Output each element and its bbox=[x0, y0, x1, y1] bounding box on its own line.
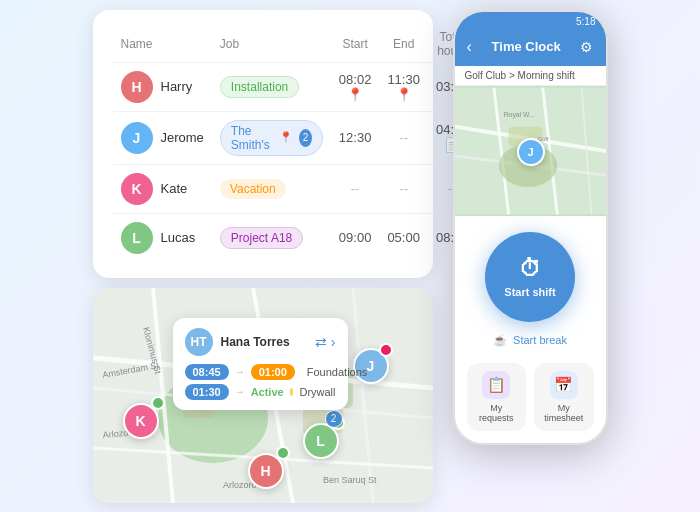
arrow-1: → bbox=[235, 366, 245, 377]
map-popup: HT Hana Torres ⇄ › 08:45 → 01:00 Foundat… bbox=[173, 318, 348, 410]
end-harry: 11:30 📍 bbox=[387, 72, 420, 102]
svg-text:Ben Saruq St: Ben Saruq St bbox=[323, 475, 377, 485]
job-label-1: Foundations bbox=[307, 366, 368, 378]
nav-item-requests[interactable]: 📋 My requests bbox=[467, 363, 527, 431]
status-label-2: Active bbox=[251, 386, 284, 398]
name-cell-kate: K Kate bbox=[121, 173, 204, 205]
job-badge-jerome[interactable]: The Smith's 📍 2 bbox=[220, 120, 323, 156]
phone-map-avatar: J bbox=[517, 138, 545, 166]
col-header-start: Start bbox=[331, 26, 380, 63]
start-break-button[interactable]: ☕ Start break bbox=[493, 334, 567, 347]
gear-icon[interactable]: ⚙ bbox=[580, 39, 593, 55]
col-header-job: Job bbox=[212, 26, 331, 63]
name-lucas: Lucas bbox=[161, 230, 196, 245]
schedule-card: Name Job Start End Total hours H Harry bbox=[93, 10, 433, 278]
map-card[interactable]: Amsterdam St Arlozo St Arlozorov St Ben … bbox=[93, 288, 433, 503]
timesheet-icon: 📅 bbox=[550, 371, 578, 399]
breadcrumb-text: Golf Club > Morning shift bbox=[465, 70, 575, 81]
job-badge-harry: Installation bbox=[220, 76, 299, 98]
phone-mockup: 5:18 ‹ Time Clock ⚙ Golf Club > Morning … bbox=[453, 10, 608, 445]
map-dot-green-1 bbox=[151, 396, 165, 410]
timesheet-label: My timesheet bbox=[540, 403, 588, 423]
phone-status-bar: 5:18 bbox=[455, 12, 606, 32]
pin-icon-jerome: 📍 bbox=[279, 131, 293, 144]
requests-icon: 📋 bbox=[482, 371, 510, 399]
table-row: H Harry Installation 08:02 📍 11:30 📍 bbox=[113, 62, 477, 111]
map-dot-green-3 bbox=[276, 446, 290, 460]
num-badge-jerome: 2 bbox=[299, 129, 312, 147]
svg-text:Royal W...: Royal W... bbox=[503, 110, 534, 118]
name-cell-lucas: L Lucas bbox=[121, 222, 204, 254]
status-dot-2 bbox=[290, 388, 294, 396]
start-shift-label: Start shift bbox=[504, 286, 555, 298]
popup-action-icons[interactable]: ⇄ › bbox=[315, 334, 336, 350]
arrow-2: → bbox=[235, 386, 245, 397]
popup-row-2: 01:30 → Active Drywall bbox=[185, 384, 336, 400]
avatar-kate: K bbox=[121, 173, 153, 205]
avatar-jerome: J bbox=[121, 122, 153, 154]
nav-item-timesheet[interactable]: 📅 My timesheet bbox=[534, 363, 594, 431]
job-badge-kate: Vacation bbox=[220, 179, 286, 199]
phone-header-title: Time Clock bbox=[492, 39, 561, 54]
popup-person-name: Hana Torres bbox=[221, 335, 307, 349]
end-jerome: -- bbox=[399, 130, 408, 145]
table-row: K Kate Vacation -- -- -- bbox=[113, 164, 477, 213]
phone-breadcrumb: Golf Club > Morning shift bbox=[455, 66, 606, 86]
break-icon: ☕ bbox=[493, 334, 507, 347]
back-button[interactable]: ‹ bbox=[467, 38, 472, 56]
job-badge-lucas: Project A18 bbox=[220, 227, 303, 249]
name-cell-jerome: J Jerome bbox=[121, 122, 204, 154]
name-jerome: Jerome bbox=[161, 130, 204, 145]
start-kate: -- bbox=[351, 181, 360, 196]
table-row: L Lucas Project A18 09:00 05:00 08:00 bbox=[113, 213, 477, 262]
popup-avatar: HT bbox=[185, 328, 213, 356]
popup-header: HT Hana Torres ⇄ › bbox=[185, 328, 336, 356]
start-jerome: 12:30 bbox=[339, 130, 372, 145]
time-chip-1: 08:45 bbox=[185, 364, 229, 380]
job-label-2: Drywall bbox=[299, 386, 335, 398]
time-chip-2: 01:30 bbox=[185, 384, 229, 400]
avatar-lucas: L bbox=[121, 222, 153, 254]
phone-body: ⏱ Start shift ☕ Start break 📋 My request… bbox=[455, 216, 606, 443]
name-harry: Harry bbox=[161, 79, 193, 94]
col-header-end: End bbox=[379, 26, 428, 63]
requests-label: My requests bbox=[473, 403, 521, 423]
name-kate: Kate bbox=[161, 181, 188, 196]
schedule-table: Name Job Start End Total hours H Harry bbox=[113, 26, 477, 262]
start-harry: 08:02 📍 bbox=[339, 72, 372, 102]
num-badge-map-1: 2 bbox=[325, 410, 343, 428]
clock-icon: ⏱ bbox=[519, 256, 541, 282]
duration-chip-1: 01:00 bbox=[251, 364, 295, 380]
popup-row-1: 08:45 → 01:00 Foundations bbox=[185, 364, 336, 380]
popup-shift-rows: 08:45 → 01:00 Foundations 01:30 → Active… bbox=[185, 364, 336, 400]
expand-icon[interactable]: › bbox=[331, 334, 336, 350]
name-cell-harry: H Harry bbox=[121, 71, 204, 103]
avatar-harry: H bbox=[121, 71, 153, 103]
start-break-label: Start break bbox=[513, 334, 567, 346]
phone-map-area: Royal W... Golf J bbox=[455, 86, 606, 216]
sync-icon[interactable]: ⇄ bbox=[315, 334, 327, 350]
end-kate: -- bbox=[399, 181, 408, 196]
phone-bottom-nav: 📋 My requests 📅 My timesheet bbox=[467, 363, 594, 431]
phone-time: 5:18 bbox=[576, 16, 595, 27]
map-dot-pink-1 bbox=[379, 343, 393, 357]
start-shift-button[interactable]: ⏱ Start shift bbox=[485, 232, 575, 322]
col-header-name: Name bbox=[113, 26, 212, 63]
phone-header: ‹ Time Clock ⚙ bbox=[455, 32, 606, 66]
table-row: J Jerome The Smith's 📍 2 bbox=[113, 111, 477, 164]
smiths-label: The Smith's bbox=[231, 124, 275, 152]
start-lucas: 09:00 bbox=[339, 230, 372, 245]
end-lucas: 05:00 bbox=[387, 230, 420, 245]
